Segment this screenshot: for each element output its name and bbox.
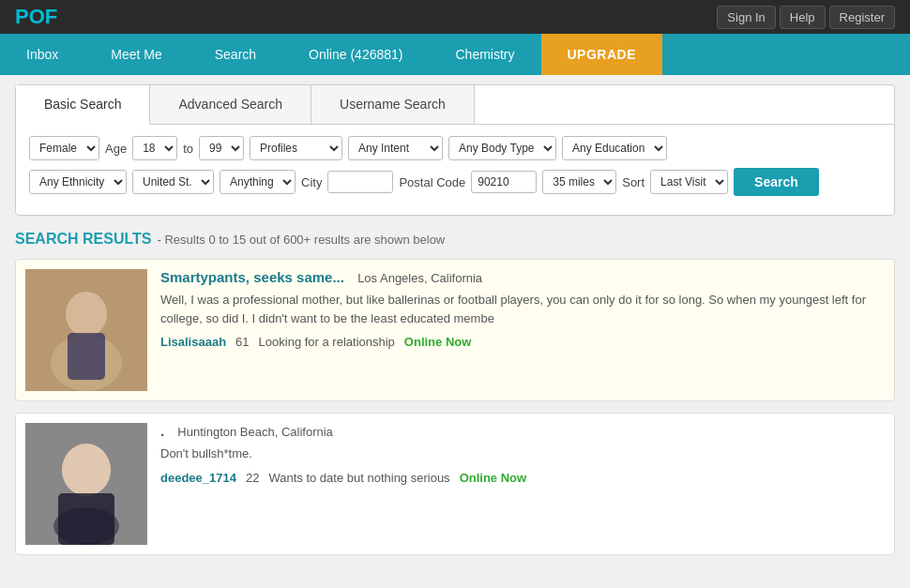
photo-placeholder-svg-2: [25, 423, 147, 545]
age-min-select[interactable]: 18 19 25: [132, 136, 177, 160]
postal-input[interactable]: [471, 171, 537, 193]
nav-online[interactable]: Online (426881): [282, 34, 429, 75]
age-max-select[interactable]: 99 50 60: [199, 136, 244, 160]
nav-inbox[interactable]: Inbox: [0, 34, 84, 75]
sort-select[interactable]: Last Visit Newest: [650, 170, 728, 194]
filter-row-1: Female Male Age 18 19 25 to 99 50 60 Pro…: [29, 136, 881, 160]
svg-point-7: [53, 507, 119, 545]
looking-for-select[interactable]: Anything Dating: [220, 170, 296, 194]
search-tabs: Basic Search Advanced Search Username Se…: [16, 85, 894, 125]
svg-point-5: [62, 444, 111, 496]
svg-point-1: [66, 292, 107, 337]
nav-chemistry[interactable]: Chemistry: [429, 34, 540, 75]
result-card-2: . Huntington Beach, California Don't bul…: [15, 413, 895, 555]
search-filters: Female Male Age 18 19 25 to 99 50 60 Pro…: [16, 125, 894, 215]
city-input[interactable]: [327, 171, 393, 193]
signin-link[interactable]: Sign In: [717, 6, 775, 29]
result-title-2: . Huntington Beach, California: [160, 423, 885, 439]
result-username-2[interactable]: deedee_1714: [160, 471, 236, 485]
result-card-1: Smartypants, seeks same... Los Angeles, …: [15, 259, 895, 401]
main-content: Basic Search Advanced Search Username Se…: [0, 75, 910, 588]
main-nav: Inbox Meet Me Search Online (426881) Che…: [0, 34, 910, 75]
results-heading-row: SEARCH RESULTS- Results 0 to 15 out of 6…: [15, 231, 895, 248]
search-card: Basic Search Advanced Search Username Se…: [15, 84, 895, 216]
result-title-1: Smartypants, seeks same... Los Angeles, …: [160, 269, 885, 285]
results-heading: SEARCH RESULTS- Results 0 to 15 out of 6…: [15, 231, 445, 247]
search-button[interactable]: Search: [734, 168, 819, 196]
filter-row-2: Any Ethnicity White Hispanic United St. …: [29, 168, 881, 196]
intent-select[interactable]: Any Intent Dating Relationship: [348, 136, 443, 160]
result-seeking-2: Wants to date but nothing serious: [268, 471, 449, 485]
result-name-1[interactable]: Smartypants, seeks same...: [160, 269, 344, 285]
tab-username-search[interactable]: Username Search: [311, 85, 475, 124]
body-type-select[interactable]: Any Body Type Slim Athletic: [448, 136, 556, 160]
result-desc-1: Well, I was a professional mother, but l…: [160, 291, 885, 327]
result-online-1: Online Now: [404, 335, 472, 349]
result-location-2: Huntington Beach, California: [177, 425, 333, 439]
result-location-1: Los Angeles, California: [357, 271, 482, 285]
nav-meetme[interactable]: Meet Me: [84, 34, 188, 75]
result-info-1: Smartypants, seeks same... Los Angeles, …: [160, 269, 885, 391]
distance-select[interactable]: 35 miles 25 miles 50 miles: [542, 170, 616, 194]
results-sub: - Results 0 to 15 out of 600+ results ar…: [158, 233, 446, 247]
photo-placeholder-svg-1: [25, 269, 147, 391]
sort-label: Sort: [622, 175, 645, 189]
profiles-select[interactable]: Profiles With Photos: [250, 136, 342, 160]
result-username-1[interactable]: Lisalisaaah: [160, 335, 226, 349]
country-select[interactable]: United St. Canada: [132, 170, 214, 194]
result-meta-1: Lisalisaaah 61 Looking for a relationshi…: [160, 335, 885, 349]
result-age-1: 61: [235, 335, 249, 349]
to-label: to: [183, 142, 193, 156]
register-link[interactable]: Register: [829, 6, 895, 29]
svg-rect-3: [68, 333, 105, 380]
top-bar: POF Sign In Help Register: [0, 0, 910, 34]
postal-label: Postal Code: [399, 175, 465, 189]
help-link[interactable]: Help: [780, 6, 826, 29]
ethnicity-select[interactable]: Any Ethnicity White Hispanic: [29, 170, 127, 194]
gender-select[interactable]: Female Male: [29, 136, 99, 160]
education-select[interactable]: Any Education High School College: [562, 136, 667, 160]
result-dot-2: .: [160, 423, 164, 439]
nav-upgrade[interactable]: UPGRADE: [541, 34, 663, 75]
city-label: City: [301, 175, 322, 189]
tab-advanced-search[interactable]: Advanced Search: [150, 85, 311, 124]
result-age-2: 22: [246, 471, 259, 485]
results-section: SEARCH RESULTS- Results 0 to 15 out of 6…: [15, 231, 895, 555]
nav-search[interactable]: Search: [189, 34, 282, 75]
site-logo: POF: [15, 5, 57, 29]
result-photo-1[interactable]: [25, 269, 147, 391]
result-photo-2[interactable]: [25, 423, 147, 545]
result-desc-2: Don't bullsh*tme.: [160, 445, 885, 463]
tab-basic-search[interactable]: Basic Search: [16, 85, 150, 125]
result-online-2: Online Now: [460, 471, 527, 485]
result-info-2: . Huntington Beach, California Don't bul…: [160, 423, 885, 545]
result-seeking-1: Looking for a relationship: [259, 335, 395, 349]
age-label: Age: [105, 142, 127, 156]
top-bar-links: Sign In Help Register: [717, 6, 895, 29]
result-meta-2: deedee_1714 22 Wants to date but nothing…: [160, 471, 885, 485]
